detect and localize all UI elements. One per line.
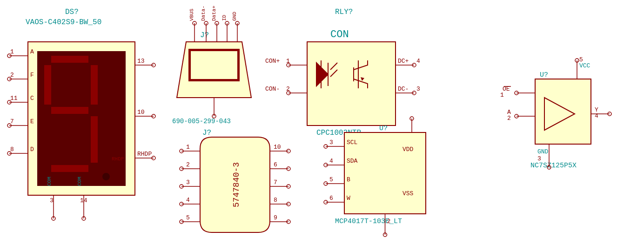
schematic-canvas	[0, 0, 644, 251]
